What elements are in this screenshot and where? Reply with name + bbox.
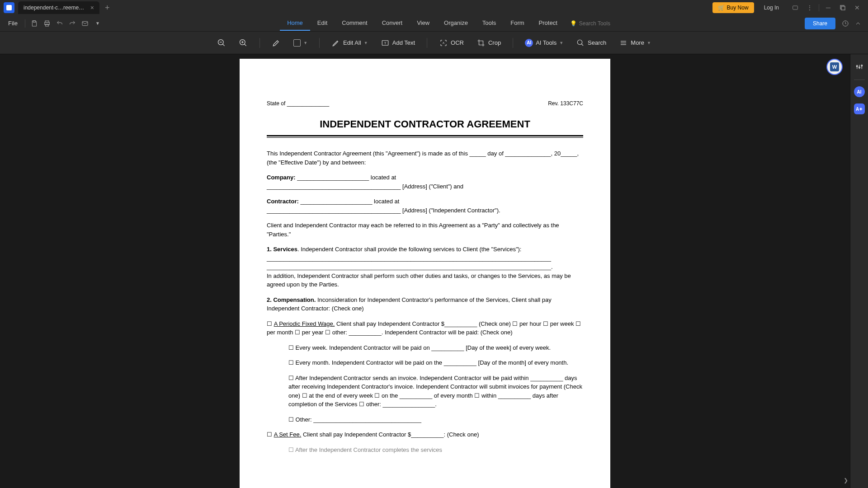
rev-line: Rev. 133C77C	[548, 99, 583, 108]
login-button[interactable]: Log In	[759, 2, 784, 13]
tab-organize[interactable]: Organize	[437, 16, 475, 31]
more-icon	[619, 38, 628, 47]
shape-button[interactable]: ▼	[290, 37, 311, 49]
undo-icon[interactable]	[53, 17, 66, 30]
wage-invoice-line: ☐ After Independent Contractor sends an …	[288, 374, 583, 409]
expand-sidebar-icon[interactable]: ❯	[844, 477, 848, 483]
document-tab[interactable]: independent-c…reement.pdf * ×	[18, 1, 99, 14]
tab-home[interactable]: Home	[280, 16, 310, 31]
new-tab-button[interactable]: +	[101, 3, 113, 13]
svg-rect-6	[46, 24, 49, 26]
history-icon[interactable]	[839, 17, 852, 30]
ocr-icon: A	[439, 38, 448, 47]
svg-point-19	[577, 40, 582, 45]
pdf-page[interactable]: State of ______________ Rev. 133C77C IND…	[240, 59, 610, 488]
tab-comment[interactable]: Comment	[335, 16, 374, 31]
title-rule	[267, 135, 583, 138]
maximize-icon[interactable]	[835, 0, 850, 15]
notification-icon[interactable]	[788, 0, 802, 15]
search-button[interactable]: Search	[572, 36, 610, 50]
search-tools-input[interactable]	[579, 20, 620, 27]
wage-paragraph: ☐ A Periodic Fixed Wage. Client shall pa…	[267, 319, 583, 337]
ocr-button[interactable]: AOCR	[435, 36, 467, 50]
pen-icon	[331, 38, 340, 47]
svg-rect-2	[841, 6, 845, 10]
kebab-menu-icon[interactable]: ⋮	[802, 0, 817, 15]
tab-form[interactable]: Form	[503, 16, 531, 31]
zoom-out-button[interactable]	[213, 36, 230, 50]
quick-access-dropdown-icon[interactable]: ▼	[91, 17, 104, 30]
svg-line-13	[245, 44, 246, 46]
buy-now-button[interactable]: 🛒 Buy Now	[712, 2, 754, 13]
svg-rect-3	[33, 21, 35, 22]
file-menu[interactable]: File	[4, 20, 22, 27]
content-area: State of ______________ Rev. 133C77C IND…	[0, 54, 868, 488]
menu-bar: File ▼ Home Edit Comment Convert View Or…	[0, 15, 868, 32]
minimize-icon[interactable]: ─	[821, 0, 835, 15]
more-button[interactable]: More▼	[615, 36, 655, 50]
svg-line-10	[223, 44, 225, 46]
svg-rect-0	[793, 6, 798, 9]
chevron-down-icon: ▼	[303, 41, 307, 45]
collapse-ribbon-icon[interactable]	[852, 17, 864, 30]
search-tools[interactable]: 💡	[565, 16, 625, 31]
svg-line-20	[581, 44, 583, 46]
state-of-line: State of ______________	[267, 99, 329, 108]
wage-other-line: ☐ Other: _______________________________…	[288, 415, 583, 424]
tab-convert[interactable]: Convert	[375, 16, 410, 31]
ai-sidebar-icon[interactable]: AI	[854, 86, 865, 97]
svg-text:T: T	[384, 41, 386, 45]
tab-title: independent-c…reement.pdf *	[24, 5, 86, 11]
tab-tools[interactable]: Tools	[475, 16, 503, 31]
tab-protect[interactable]: Protect	[532, 16, 565, 31]
highlighter-icon	[272, 38, 281, 47]
highlight-button[interactable]	[268, 36, 284, 50]
bulb-icon: 💡	[570, 20, 577, 27]
document-title: INDEPENDENT CONTRACTOR AGREEMENT	[267, 117, 583, 131]
tab-view[interactable]: View	[410, 16, 437, 31]
ai-icon: AI	[525, 39, 533, 47]
document-viewport[interactable]: State of ______________ Rev. 133C77C IND…	[0, 54, 850, 488]
toolbar: ▼ Edit All▼ TAdd Text AOCR Crop AIAI Too…	[0, 32, 868, 54]
page-header: State of ______________ Rev. 133C77C	[267, 99, 583, 108]
ai-read-icon[interactable]: A✦	[854, 103, 865, 114]
redo-icon[interactable]	[66, 17, 79, 30]
svg-text:A: A	[443, 42, 444, 44]
compensation-paragraph: 2. Compensation. Inconsideration for Ind…	[267, 296, 583, 313]
company-paragraph: Company: ______________________ located …	[267, 173, 583, 191]
search-icon	[576, 38, 585, 47]
nav-tabs: Home Edit Comment Convert View Organize …	[280, 16, 625, 31]
chevron-down-icon: ▼	[559, 41, 563, 45]
word-export-badge[interactable]: W	[826, 59, 843, 75]
save-icon[interactable]	[28, 17, 41, 30]
edit-all-button[interactable]: Edit All▼	[328, 36, 372, 50]
zoom-in-icon	[239, 38, 248, 47]
tab-close-icon[interactable]: ×	[90, 4, 94, 11]
contractor-paragraph: Contractor: ______________________ locat…	[267, 197, 583, 215]
fee-after-line: ☐ After the Independent Contractor compl…	[288, 446, 583, 455]
cart-icon: 🛒	[718, 5, 725, 11]
email-icon[interactable]	[79, 17, 91, 30]
add-text-button[interactable]: TAdd Text	[377, 36, 419, 50]
print-icon[interactable]	[41, 17, 53, 30]
fee-paragraph: ☐ A Set Fee. Client shall pay Independen…	[267, 430, 583, 439]
svg-rect-7	[82, 21, 88, 25]
tab-edit[interactable]: Edit	[310, 16, 335, 31]
share-button[interactable]: Share	[805, 18, 835, 29]
zoom-out-icon	[217, 38, 226, 47]
crop-icon	[476, 38, 486, 47]
chevron-down-icon: ▼	[647, 41, 651, 45]
rectangle-icon	[293, 39, 301, 47]
properties-icon[interactable]	[853, 61, 866, 73]
app-icon[interactable]	[4, 2, 14, 13]
zoom-in-button[interactable]	[235, 36, 251, 50]
text-box-icon: T	[381, 38, 390, 47]
chevron-down-icon: ▼	[364, 41, 368, 45]
wage-week-line: ☐ Every week. Independent Contractor wil…	[288, 343, 583, 352]
crop-button[interactable]: Crop	[473, 36, 505, 50]
close-window-icon[interactable]: ✕	[850, 0, 864, 15]
ai-tools-button[interactable]: AIAI Tools▼	[521, 36, 567, 50]
intro-paragraph: This Independent Contractor Agreement (t…	[267, 149, 583, 167]
parties-paragraph: Client and Independent Contractor may ea…	[267, 221, 583, 239]
wage-month-line: ☐ Every month. Independent Contractor wi…	[288, 358, 583, 367]
